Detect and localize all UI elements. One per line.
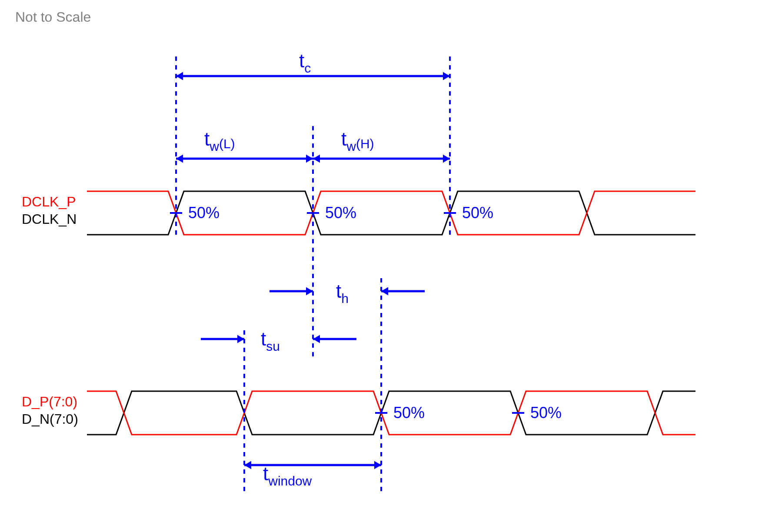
label-d-n: D_N(7:0): [22, 411, 78, 427]
pct-label: 50%: [530, 404, 562, 422]
svg-marker-24: [374, 461, 381, 469]
pct-label: 50%: [393, 404, 425, 422]
svg-marker-9: [176, 154, 183, 163]
label-twH: tw(H): [341, 128, 374, 153]
label-d-p: D_P(7:0): [22, 394, 77, 409]
svg-marker-10: [306, 154, 313, 163]
label-twL: tw(L): [204, 128, 235, 153]
timing-labels: tc tw(L) tw(H) th tsu twindow: [204, 50, 374, 488]
timing-diagram: Not to Scale DCLK_P DCLK_N D_P(7:0) D_N(…: [0, 0, 772, 532]
svg-marker-6: [176, 72, 183, 80]
svg-marker-23: [244, 461, 251, 469]
svg-marker-13: [443, 154, 450, 163]
data-waveforms: [87, 391, 695, 435]
label-twindow: twindow: [263, 463, 312, 488]
svg-marker-15: [306, 287, 313, 295]
vertical-guides: [176, 57, 450, 491]
svg-marker-17: [381, 287, 388, 295]
svg-marker-7: [443, 72, 450, 80]
pct-label: 50%: [188, 204, 220, 222]
label-dclk-p: DCLK_P: [22, 194, 76, 209]
label-dclk-n: DCLK_N: [22, 211, 77, 227]
svg-marker-21: [313, 335, 320, 343]
pct-label: 50%: [325, 204, 356, 222]
label-th: th: [336, 280, 349, 306]
svg-marker-12: [313, 154, 320, 163]
fifty-percent-marks: 50%50%50%50%50%: [170, 204, 562, 422]
label-tc: tc: [299, 50, 311, 75]
label-tsu: tsu: [261, 328, 280, 353]
svg-marker-19: [237, 335, 244, 343]
pct-label: 50%: [462, 204, 493, 222]
scale-note: Not to Scale: [15, 9, 91, 25]
